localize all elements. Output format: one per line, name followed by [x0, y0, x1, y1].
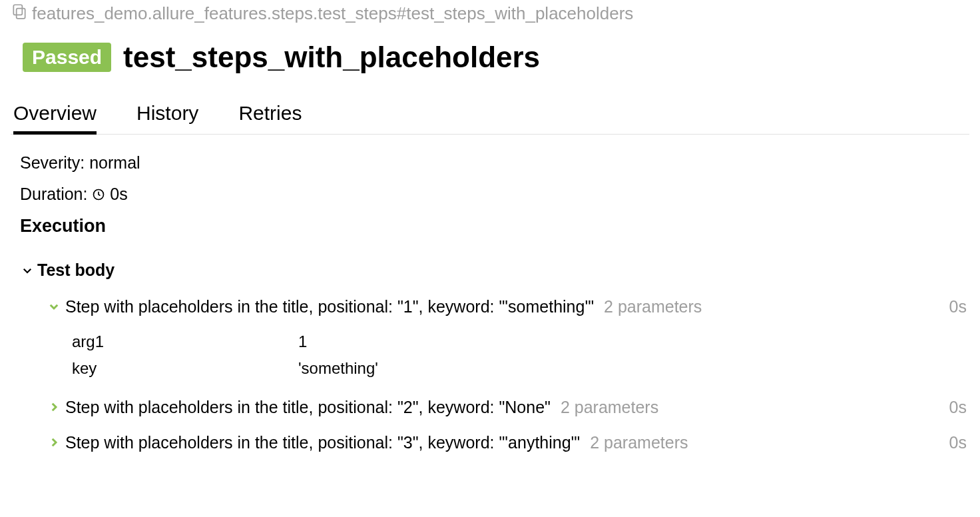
- breadcrumb-text: features_demo.allure_features.steps.test…: [32, 3, 633, 24]
- svg-rect-0: [17, 9, 25, 19]
- param-name: key: [72, 359, 298, 378]
- step-params-badge: 2 parameters: [590, 433, 688, 452]
- test-body-label: Test body: [37, 260, 115, 280]
- copy-icon[interactable]: [11, 3, 28, 25]
- step-title: Step with placeholders in the title, pos…: [65, 433, 945, 452]
- duration-label: Duration:: [20, 185, 87, 203]
- tabs: Overview History Retries: [11, 97, 969, 135]
- chevron-right-icon: [47, 436, 61, 448]
- severity-field: Severity: normal: [20, 153, 969, 173]
- status-badge: Passed: [23, 43, 111, 72]
- step-title: Step with placeholders in the title, pos…: [65, 297, 945, 316]
- step-params-badge: 2 parameters: [561, 398, 658, 416]
- duration-value: 0s: [110, 185, 127, 203]
- step-duration: 0s: [949, 398, 967, 417]
- execution-heading: Execution: [20, 216, 969, 237]
- param-row: key 'something': [72, 355, 969, 382]
- page-title: test_steps_with_placeholders: [123, 41, 540, 74]
- chevron-down-icon: [20, 264, 35, 276]
- chevron-down-icon: [47, 300, 61, 312]
- param-value: 1: [298, 332, 307, 351]
- chevron-right-icon: [47, 401, 61, 413]
- step-title: Step with placeholders in the title, pos…: [65, 398, 945, 417]
- step-row[interactable]: Step with placeholders in the title, pos…: [20, 284, 969, 319]
- step-duration: 0s: [949, 297, 967, 316]
- param-value: 'something': [298, 359, 378, 378]
- step-params-badge: 2 parameters: [604, 297, 702, 316]
- severity-value: normal: [89, 153, 140, 172]
- step-duration: 0s: [949, 433, 967, 452]
- param-row: arg1 1: [72, 328, 969, 355]
- duration-field: Duration: 0s: [20, 185, 969, 204]
- breadcrumb: features_demo.allure_features.steps.test…: [11, 0, 969, 25]
- svg-rect-1: [13, 5, 22, 15]
- severity-label: Severity:: [20, 153, 85, 172]
- title-row: Passed test_steps_with_placeholders: [11, 25, 969, 78]
- step-params: arg1 1 key 'something': [20, 319, 969, 384]
- step-row[interactable]: Step with placeholders in the title, pos…: [20, 420, 969, 455]
- step-row[interactable]: Step with placeholders in the title, pos…: [20, 384, 969, 420]
- tab-overview[interactable]: Overview: [13, 97, 97, 134]
- param-name: arg1: [72, 332, 298, 351]
- clock-icon: [92, 185, 110, 203]
- test-body-toggle[interactable]: Test body: [20, 249, 969, 284]
- tab-retries[interactable]: Retries: [238, 97, 302, 134]
- tab-history[interactable]: History: [136, 97, 198, 134]
